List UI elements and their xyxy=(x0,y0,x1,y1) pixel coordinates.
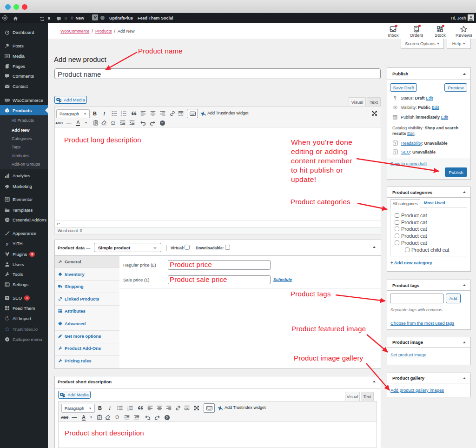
svg-text:EA: EA xyxy=(6,219,9,221)
svg-text:3: 3 xyxy=(127,409,129,411)
svg-text:3: 3 xyxy=(121,114,122,116)
svg-text:y: y xyxy=(6,241,9,246)
